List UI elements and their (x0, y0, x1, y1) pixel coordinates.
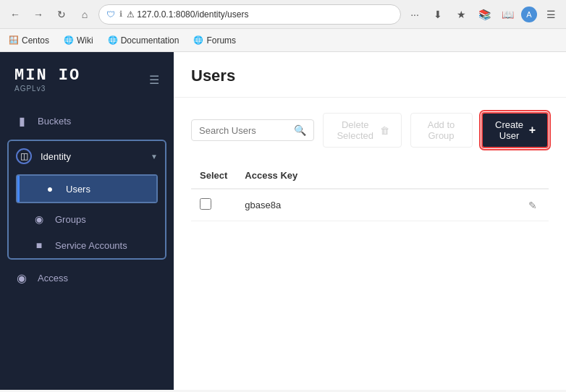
more-options-button[interactable]: ··· (405, 5, 424, 24)
content-area: 🔍 Delete Selected 🗑 Add to Group Create … (174, 98, 566, 390)
home-button[interactable]: ⌂ (75, 5, 94, 24)
page-title: Users (191, 67, 549, 85)
logo: MIN IO AGPLv3 (14, 67, 80, 93)
profile-button[interactable]: A (521, 7, 537, 22)
bookmark-forums[interactable]: 🌐 Forums (190, 34, 239, 47)
main-header: Users (174, 52, 566, 98)
logo-text: MIN IO (14, 67, 80, 85)
delete-selected-button[interactable]: Delete Selected 🗑 (323, 113, 402, 148)
sidebar-nav: ▮ Buckets ◫ Identity ▼ ● Users (0, 101, 174, 390)
wiki-icon: 🌐 (64, 35, 74, 45)
table-row: gbase8a ✎ (191, 189, 549, 221)
table-body: gbase8a ✎ (191, 189, 549, 221)
groups-icon: ◉ (32, 213, 46, 225)
sidebar-item-access[interactable]: ◉ Access (0, 264, 174, 292)
service-accounts-icon: ■ (32, 239, 46, 251)
sidebar-toggle-icon[interactable]: ☰ (149, 73, 159, 87)
sidebar-item-access-label: Access (38, 273, 159, 284)
search-box[interactable]: 🔍 (191, 119, 314, 141)
sidebar-item-users-label: Users (66, 184, 90, 195)
create-user-button[interactable]: Create User + (481, 112, 549, 148)
delete-selected-label: Delete Selected (335, 119, 376, 141)
col-actions (520, 163, 549, 189)
add-to-group-button[interactable]: Add to Group (410, 113, 473, 148)
content-toolbar: 🔍 Delete Selected 🗑 Add to Group Create … (191, 112, 549, 148)
bookmark-forums-label: Forums (206, 35, 236, 46)
sidebar-item-groups[interactable]: ◉ Groups (9, 206, 165, 232)
row-checkbox-cell (191, 189, 236, 221)
documentation-icon: 🌐 (108, 35, 118, 45)
col-access-key: Access Key (236, 163, 520, 189)
sidebar-item-service-accounts[interactable]: ■ Service Accounts (9, 232, 165, 258)
search-input[interactable] (199, 125, 288, 136)
info-icon: ℹ (119, 9, 122, 19)
address-bar[interactable]: 🛡 ℹ ⚠ 127.0.0.1:8080/identity/users (98, 4, 401, 25)
add-to-group-label: Add to Group (423, 119, 460, 141)
app-layout: MIN IO AGPLv3 ☰ ▮ Buckets ◫ Identity ▼ (0, 52, 566, 390)
sidebar-logo: MIN IO AGPLv3 ☰ (0, 52, 174, 101)
browser-chrome: ← → ↻ ⌂ 🛡 ℹ ⚠ 127.0.0.1:8080/identity/us… (0, 0, 566, 52)
menu-button[interactable]: ☰ (541, 5, 560, 24)
row-access-key: gbase8a (236, 189, 520, 221)
row-edit-cell: ✎ (520, 189, 549, 221)
col-select: Select (191, 163, 236, 189)
sidebar-item-users[interactable]: ● Users (17, 176, 156, 202)
identity-label: Identity (41, 151, 142, 162)
edit-icon[interactable]: ✎ (528, 200, 537, 211)
identity-section: ◫ Identity ▼ ● Users ◉ Groups (7, 140, 166, 260)
search-icon: 🔍 (294, 124, 306, 136)
users-item-wrapper: ● Users (16, 174, 158, 203)
bookmark-documentation[interactable]: 🌐 Documentation (105, 34, 182, 47)
pocket-icon[interactable]: ⬇ (428, 5, 447, 24)
back-button[interactable]: ← (6, 5, 25, 24)
refresh-button[interactable]: ↻ (52, 5, 71, 24)
sidebar-item-buckets[interactable]: ▮ Buckets (0, 107, 174, 135)
row-checkbox[interactable] (200, 198, 211, 210)
sidebar-item-buckets-label: Buckets (38, 116, 159, 127)
bookmark-centos-label: Centos (22, 35, 49, 46)
sidebar-item-identity[interactable]: ◫ Identity ▼ (9, 141, 165, 171)
create-user-label: Create User (494, 119, 525, 141)
access-icon: ◉ (14, 271, 29, 285)
sidebar-item-groups-label: Groups (55, 214, 86, 225)
library-button[interactable]: 📚 (475, 5, 494, 24)
bookmark-wiki[interactable]: 🌐 Wiki (61, 34, 96, 47)
reader-button[interactable]: 📖 (498, 5, 517, 24)
forward-button[interactable]: → (29, 5, 48, 24)
table-header: Select Access Key (191, 163, 549, 189)
security-icon: 🛡 (106, 9, 115, 20)
delete-icon: 🗑 (380, 125, 389, 136)
sidebar-item-service-accounts-label: Service Accounts (55, 240, 127, 251)
main-content: Users 🔍 Delete Selected 🗑 Add to Group C… (174, 52, 566, 390)
logo-sub: AGPLv3 (14, 85, 80, 93)
users-table-wrapper: Select Access Key (191, 163, 549, 221)
bookmark-centos[interactable]: 🪟 Centos (6, 34, 52, 47)
url-display: ⚠ 127.0.0.1:8080/identity/users (127, 9, 393, 20)
sidebar: MIN IO AGPLv3 ☰ ▮ Buckets ◫ Identity ▼ (0, 52, 174, 390)
centos-icon: 🪟 (9, 35, 19, 45)
plus-icon: + (529, 124, 536, 137)
bookmarks-bar: 🪟 Centos 🌐 Wiki 🌐 Documentation 🌐 Forums (0, 29, 566, 52)
bookmark-wiki-label: Wiki (77, 35, 93, 46)
star-button[interactable]: ★ (452, 5, 470, 24)
users-icon: ● (43, 183, 57, 195)
bookmark-documentation-label: Documentation (121, 35, 179, 46)
forums-icon: 🌐 (193, 35, 203, 45)
identity-chevron-icon: ▼ (151, 153, 158, 161)
users-table: Select Access Key (191, 163, 549, 221)
identity-icon: ◫ (16, 148, 32, 164)
buckets-icon: ▮ (14, 114, 29, 128)
